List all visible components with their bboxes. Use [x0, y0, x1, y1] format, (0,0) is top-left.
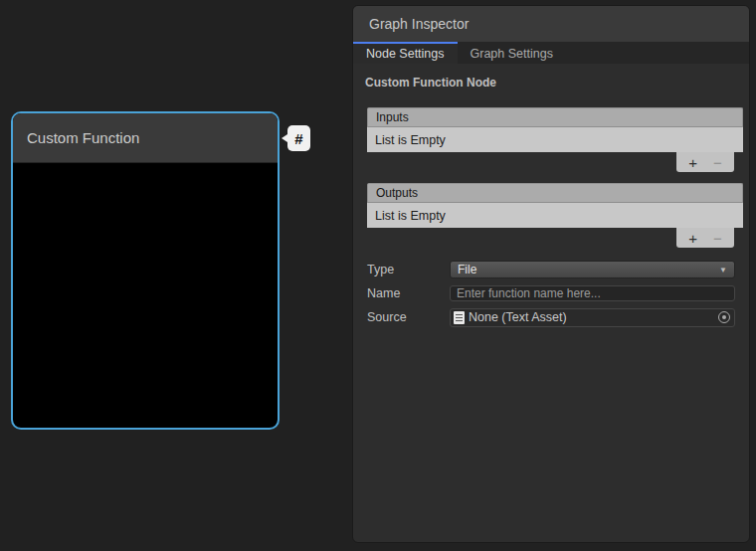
function-name-input[interactable] [450, 285, 735, 301]
outputs-empty-label: List is Empty [375, 209, 446, 223]
source-object-field[interactable]: None (Text Asset) [450, 308, 735, 327]
outputs-list-footer: + − [676, 228, 734, 248]
type-dropdown[interactable]: File ▼ [450, 261, 735, 278]
inputs-add-button[interactable]: + [684, 155, 701, 170]
node-fields: Type File ▼ Name Source None (Text Asset… [367, 261, 735, 326]
source-object-value: None (Text Asset) [469, 310, 567, 324]
node-title-bar[interactable]: Custom Function [13, 113, 278, 163]
node-title: Custom Function [27, 129, 139, 146]
outputs-list-header: Outputs [367, 183, 743, 203]
source-field-row: Source None (Text Asset) [367, 308, 735, 326]
graph-inspector-panel: Graph Inspector Node Settings Graph Sett… [352, 5, 750, 543]
object-picker-icon[interactable] [718, 311, 730, 323]
outputs-remove-button[interactable]: − [709, 231, 726, 246]
type-field-row: Type File ▼ [367, 261, 735, 278]
inputs-list: Inputs List is Empty + − [367, 107, 743, 172]
tab-node-settings[interactable]: Node Settings [353, 42, 458, 64]
inputs-list-header: Inputs [367, 107, 743, 127]
inputs-empty-row: List is Empty [367, 127, 743, 152]
name-field-row: Name [367, 284, 735, 302]
tab-graph-settings[interactable]: Graph Settings [458, 42, 566, 64]
section-title: Custom Function Node [365, 76, 749, 90]
node-hash-badge: # [287, 125, 310, 151]
custom-function-node[interactable]: Custom Function [11, 111, 280, 430]
inputs-remove-button[interactable]: − [709, 155, 726, 170]
hash-icon: # [294, 130, 302, 147]
tab-label: Graph Settings [471, 47, 553, 61]
outputs-empty-row: List is Empty [367, 203, 743, 228]
text-asset-icon [454, 311, 465, 324]
source-label: Source [367, 310, 450, 324]
type-label: Type [367, 263, 450, 276]
inputs-list-footer: + − [676, 152, 734, 172]
inputs-header-label: Inputs [376, 110, 409, 124]
type-dropdown-value: File [458, 263, 476, 276]
inputs-empty-label: List is Empty [375, 133, 446, 147]
outputs-header-label: Outputs [376, 186, 418, 200]
inspector-tabs: Node Settings Graph Settings [353, 42, 749, 64]
outputs-add-button[interactable]: + [684, 231, 701, 246]
outputs-list: Outputs List is Empty + − [367, 183, 743, 248]
tab-label: Node Settings [366, 47, 445, 61]
panel-header: Graph Inspector [353, 6, 749, 42]
chevron-down-icon: ▼ [719, 266, 727, 275]
name-label: Name [367, 286, 450, 300]
panel-title: Graph Inspector [369, 16, 469, 32]
